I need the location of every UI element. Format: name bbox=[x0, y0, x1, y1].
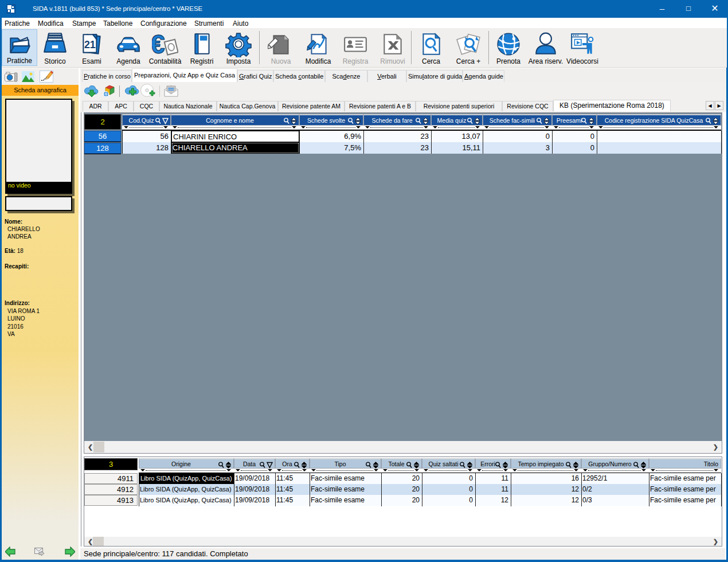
svg-text:21: 21 bbox=[84, 39, 96, 50]
svg-text:€: € bbox=[152, 31, 165, 57]
